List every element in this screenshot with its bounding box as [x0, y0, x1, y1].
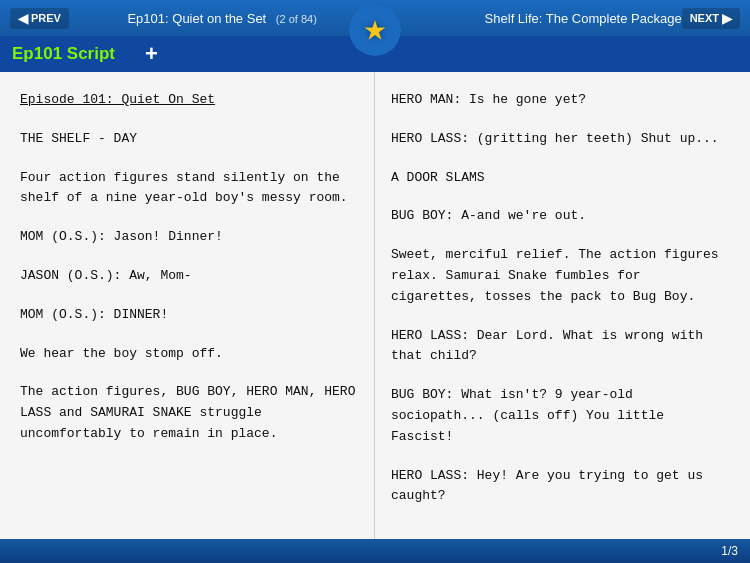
right-column: HERO MAN: Is he gone yet? HERO LASS: (gr…: [375, 72, 750, 539]
next-button[interactable]: NEXT ▶: [682, 8, 740, 29]
prev-button[interactable]: ◀ PREV: [10, 8, 69, 29]
logo-background: ★: [345, 0, 405, 60]
episode-title: Ep101: Quiet on the Set (2 of 84): [69, 11, 375, 26]
next-arrow: ▶: [722, 11, 732, 26]
hero-lass-2-block: HERO LASS: Dear Lord. What is wrong with…: [391, 326, 734, 368]
left-column: Episode 101: Quiet On Set THE SHELF - DA…: [0, 72, 375, 539]
jason-1-block: JASON (O.S.): Aw, Mom-: [20, 266, 358, 287]
prev-label: PREV: [31, 12, 61, 24]
action-4-text: Sweet, merciful relief. The action figur…: [391, 245, 734, 307]
bug-boy-2-text: BUG BOY: What isn't? 9 year-old sociopat…: [391, 385, 734, 447]
action-1-text: Four action figures stand silently on th…: [20, 168, 358, 210]
scene-heading-block: THE SHELF - DAY: [20, 129, 358, 150]
page-indicator: 1/3: [721, 544, 738, 558]
content-area: Episode 101: Quiet On Set THE SHELF - DA…: [0, 72, 750, 539]
mom-2-text: MOM (O.S.): DINNER!: [20, 305, 358, 326]
mom-1-block: MOM (O.S.): Jason! Dinner!: [20, 227, 358, 248]
hero-lass-3-text: HERO LASS: Hey! Are you trying to get us…: [391, 466, 734, 508]
top-navigation-bar: ◀ PREV Ep101: Quiet on the Set (2 of 84)…: [0, 0, 750, 36]
logo-container: ★: [345, 0, 405, 60]
bottom-bar: 1/3: [0, 539, 750, 563]
action-1-block: Four action figures stand silently on th…: [20, 168, 358, 210]
hero-lass-2-text: HERO LASS: Dear Lord. What is wrong with…: [391, 326, 734, 368]
add-button[interactable]: +: [145, 43, 158, 65]
action-4-block: Sweet, merciful relief. The action figur…: [391, 245, 734, 307]
hero-lass-1-block: HERO LASS: (gritting her teeth) Shut up.…: [391, 129, 734, 150]
door-slam-block: A DOOR SLAMS: [391, 168, 734, 189]
action-2-text: We hear the boy stomp off.: [20, 344, 358, 365]
action-3-block: The action figures, BUG BOY, HERO MAN, H…: [20, 382, 358, 444]
hero-man-1-text: HERO MAN: Is he gone yet?: [391, 90, 734, 111]
door-slam-text: A DOOR SLAMS: [391, 168, 734, 189]
scene-heading-text: THE SHELF - DAY: [20, 129, 358, 150]
star-icon: ★: [364, 11, 387, 49]
bug-boy-1-text: BUG BOY: A-and we're out.: [391, 206, 734, 227]
bug-boy-1-block: BUG BOY: A-and we're out.: [391, 206, 734, 227]
jason-1-text: JASON (O.S.): Aw, Mom-: [20, 266, 358, 287]
hero-lass-3-block: HERO LASS: Hey! Are you trying to get us…: [391, 466, 734, 508]
next-label: NEXT: [690, 12, 719, 24]
mom-1-text: MOM (O.S.): Jason! Dinner!: [20, 227, 358, 248]
hero-lass-1-text: HERO LASS: (gritting her teeth) Shut up.…: [391, 129, 734, 150]
series-title: Shelf Life: The Complete Package: [375, 11, 681, 26]
action-3-text: The action figures, BUG BOY, HERO MAN, H…: [20, 382, 358, 444]
prev-arrow: ◀: [18, 11, 28, 26]
page-title: Ep101 Script: [12, 44, 115, 64]
script-title: Episode 101: Quiet On Set: [20, 90, 358, 111]
mom-2-block: MOM (O.S.): DINNER!: [20, 305, 358, 326]
bug-boy-2-block: BUG BOY: What isn't? 9 year-old sociopat…: [391, 385, 734, 447]
action-2-block: We hear the boy stomp off.: [20, 344, 358, 365]
hero-man-1-block: HERO MAN: Is he gone yet?: [391, 90, 734, 111]
